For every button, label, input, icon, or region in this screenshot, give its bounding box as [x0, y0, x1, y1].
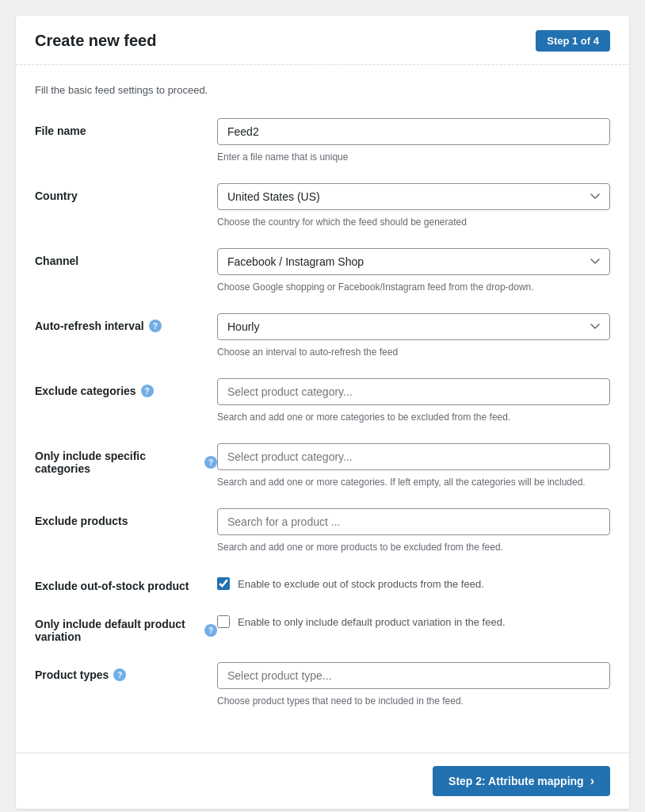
file-name-row: File name Enter a file name that is uniq… [35, 118, 610, 164]
default-variation-checkbox[interactable] [217, 615, 230, 628]
channel-row: Channel Facebook / Instagram Shop Choose… [35, 248, 610, 294]
file-name-label: File name [35, 118, 217, 137]
auto-refresh-select[interactable]: Hourly [217, 313, 610, 340]
step-badge: Step 1 of 4 [536, 30, 610, 52]
auto-refresh-hint: Choose an interval to auto-refresh the f… [217, 345, 610, 359]
auto-refresh-control: Hourly Choose an interval to auto-refres… [217, 313, 610, 359]
exclude-products-row: Exclude products Search and add one or m… [35, 508, 610, 554]
country-control: United States (US) Choose the country fo… [217, 183, 610, 229]
next-arrow-icon: › [590, 774, 594, 788]
file-name-control: Enter a file name that is unique [217, 118, 610, 164]
default-variation-checkbox-wrap: Enable to only include default product v… [217, 611, 610, 630]
product-types-input[interactable] [217, 662, 610, 689]
page-title: Create new feed [35, 32, 156, 50]
exclude-out-of-stock-hint: Enable to exclude out of stock products … [238, 576, 484, 592]
card-footer: Step 2: Attribute mapping › [16, 753, 629, 809]
default-variation-hint: Enable to only include default product v… [238, 615, 506, 630]
auto-refresh-label: Auto-refresh interval ? [35, 313, 217, 332]
create-feed-card: Create new feed Step 1 of 4 Fill the bas… [16, 16, 629, 809]
exclude-products-input[interactable] [217, 508, 610, 535]
default-variation-help-icon[interactable]: ? [204, 624, 217, 637]
exclude-out-of-stock-control: Enable to exclude out of stock products … [217, 573, 610, 592]
auto-refresh-help-icon[interactable]: ? [149, 320, 162, 332]
next-step-button[interactable]: Step 2: Attribute mapping › [433, 766, 610, 796]
include-categories-help-icon[interactable]: ? [204, 456, 217, 469]
default-variation-label: Only include default product variation ? [35, 611, 217, 643]
default-variation-row: Only include default product variation ?… [35, 611, 610, 643]
exclude-products-control: Search and add one or more products to b… [217, 508, 610, 554]
include-categories-label: Only include specific categories ? [35, 443, 217, 475]
channel-select[interactable]: Facebook / Instagram Shop [217, 248, 610, 275]
exclude-out-of-stock-checkbox-wrap: Enable to exclude out of stock products … [217, 573, 610, 592]
include-categories-hint: Search and add one or more categories. I… [217, 475, 610, 489]
exclude-out-of-stock-row: Exclude out-of-stock product Enable to e… [35, 573, 610, 592]
card-header: Create new feed Step 1 of 4 [16, 16, 629, 65]
exclude-categories-row: Exclude categories ? Search and add one … [35, 378, 610, 424]
product-types-control: Choose product types that need to be inc… [217, 662, 610, 708]
exclude-categories-hint: Search and add one or more categories to… [217, 410, 610, 424]
file-name-hint: Enter a file name that is unique [217, 150, 610, 164]
include-categories-row: Only include specific categories ? Searc… [35, 443, 610, 489]
product-types-help-icon[interactable]: ? [113, 668, 126, 681]
card-body: Fill the basic feed settings to proceed.… [16, 65, 629, 740]
default-variation-control: Enable to only include default product v… [217, 611, 610, 630]
channel-hint: Choose Google shopping or Facebook/Insta… [217, 280, 610, 294]
exclude-categories-input[interactable] [217, 378, 610, 405]
product-types-label: Product types ? [35, 662, 217, 681]
exclude-categories-label: Exclude categories ? [35, 378, 217, 397]
include-categories-input[interactable] [217, 443, 610, 470]
exclude-out-of-stock-checkbox[interactable] [217, 577, 230, 590]
channel-control: Facebook / Instagram Shop Choose Google … [217, 248, 610, 294]
country-hint: Choose the country for which the feed sh… [217, 215, 610, 229]
channel-label: Channel [35, 248, 217, 267]
form-subtitle: Fill the basic feed settings to proceed. [35, 84, 610, 96]
exclude-out-of-stock-label: Exclude out-of-stock product [35, 573, 217, 592]
country-row: Country United States (US) Choose the co… [35, 183, 610, 229]
country-label: Country [35, 183, 217, 202]
country-select[interactable]: United States (US) [217, 183, 610, 210]
auto-refresh-row: Auto-refresh interval ? Hourly Choose an… [35, 313, 610, 359]
exclude-categories-control: Search and add one or more categories to… [217, 378, 610, 424]
product-types-row: Product types ? Choose product types tha… [35, 662, 610, 708]
exclude-categories-help-icon[interactable]: ? [141, 385, 154, 397]
include-categories-control: Search and add one or more categories. I… [217, 443, 610, 489]
file-name-input[interactable] [217, 118, 610, 145]
exclude-products-label: Exclude products [35, 508, 217, 527]
exclude-products-hint: Search and add one or more products to b… [217, 540, 610, 554]
product-types-hint: Choose product types that need to be inc… [217, 694, 610, 708]
